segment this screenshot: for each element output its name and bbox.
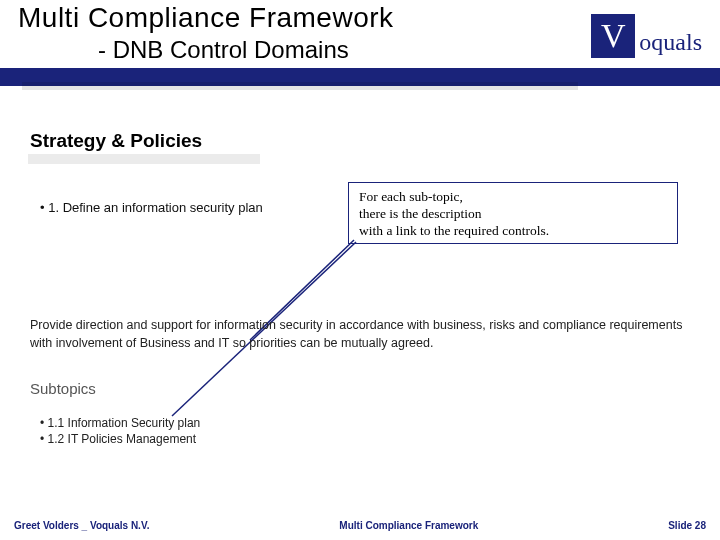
footer-slide-number: Slide 28 (668, 520, 706, 531)
subtopics-heading: Subtopics (30, 380, 96, 397)
subtopic-2: 1.2 IT Policies Management (40, 432, 196, 446)
page-subtitle: - DNB Control Domains (98, 36, 349, 64)
description-paragraph: Provide direction and support for inform… (30, 316, 690, 352)
logo-word: oquals (639, 29, 702, 56)
topic-item-1: 1. Define an information security plan (40, 200, 263, 215)
footer-author: Greet Volders _ Voquals N.V. (14, 520, 149, 531)
callout-line1: For each sub-topic, (359, 189, 667, 206)
callout-line3: with a link to the required controls. (359, 223, 667, 240)
slide-footer: Greet Volders _ Voquals N.V. Multi Compl… (0, 514, 720, 536)
page-title: Multi Compliance Framework (18, 2, 394, 34)
callout-box: For each sub-topic, there is the descrip… (348, 182, 678, 244)
header-shadow (22, 82, 578, 90)
callout-line2: there is the description (359, 206, 667, 223)
section-heading-shadow (28, 154, 260, 164)
subtopic-1: 1.1 Information Security plan (40, 416, 200, 430)
footer-title: Multi Compliance Framework (149, 520, 668, 531)
logo-box: V (591, 14, 635, 58)
section-heading: Strategy & Policies (30, 130, 202, 152)
brand-logo: V oquals (591, 14, 702, 58)
